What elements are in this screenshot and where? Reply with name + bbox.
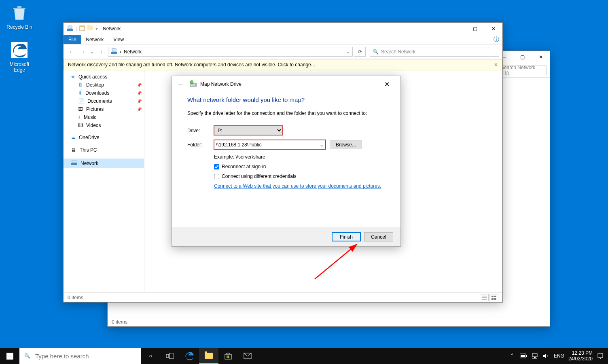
desktop-icon-edge[interactable]: Microsoft Edge <box>4 40 35 73</box>
qat-newfolder-icon[interactable] <box>87 26 93 32</box>
finish-button[interactable]: Finish <box>332 232 361 241</box>
svg-rect-22 <box>10 353 13 356</box>
nav-quick-access[interactable]: ★Quick access <box>64 73 144 81</box>
reconnect-checkbox[interactable] <box>214 164 219 169</box>
search-box[interactable]: 🔍 Search Network <box>370 47 499 57</box>
folder-combobox[interactable]: \\192.168.1.28\Public ⌄ <box>214 140 326 149</box>
svg-rect-5 <box>80 26 85 27</box>
close-button[interactable]: ✕ <box>532 51 550 63</box>
maximize-button[interactable]: ▢ <box>513 51 532 63</box>
navigation-pane: ★Quick access 🖥Desktop📌 ⬇Downloads📌 📄Doc… <box>64 70 144 292</box>
taskbar: 🔍 ○ ˄ ENG 12:23 PM 24/02/2020 <box>0 348 608 364</box>
dialog-instruction: Specify the drive letter for the connect… <box>187 110 385 116</box>
svg-rect-28 <box>227 356 228 357</box>
nav-videos[interactable]: 🎞Videos <box>64 121 144 129</box>
info-bar[interactable]: Network discovery and file sharing are t… <box>64 59 502 70</box>
taskbar-file-explorer[interactable] <box>199 348 218 364</box>
connect-website-link[interactable]: Connect to a Web site that you can use t… <box>214 183 381 189</box>
nav-network[interactable]: Network <box>64 159 144 168</box>
dialog-close-button[interactable]: ✕ <box>379 76 395 92</box>
close-button[interactable]: ✕ <box>484 23 502 35</box>
recycle-bin-icon <box>10 3 29 23</box>
tab-file[interactable]: File <box>64 35 81 44</box>
different-credentials-checkbox[interactable] <box>214 174 219 179</box>
nav-forward[interactable]: → <box>78 47 88 57</box>
task-view-button[interactable] <box>160 348 180 364</box>
search-icon: 🔍 <box>24 353 30 359</box>
dialog-titlebar[interactable]: ← Map Network Drive ✕ <box>172 76 400 92</box>
ribbon-tabs: File Network View ⓘ <box>64 35 502 44</box>
chevron-down-icon[interactable]: ⌄ <box>320 142 324 148</box>
taskbar-mail[interactable] <box>238 348 257 364</box>
svg-rect-31 <box>228 357 229 358</box>
view-large-button[interactable] <box>489 294 498 301</box>
reconnect-row: Reconnect at sign-in <box>214 164 385 169</box>
svg-rect-3 <box>68 26 72 29</box>
tray-volume-icon[interactable] <box>542 352 550 360</box>
help-icon[interactable]: ⓘ <box>490 35 502 44</box>
tray-chevron-up-icon[interactable]: ˄ <box>508 352 516 360</box>
maximize-button[interactable]: ▢ <box>466 23 484 35</box>
svg-rect-23 <box>6 356 10 360</box>
status-items-label: 0 items <box>112 319 127 325</box>
refresh-button[interactable]: ⟳ <box>354 47 366 57</box>
minimize-button[interactable]: ─ <box>448 23 466 35</box>
window-title: Network <box>103 26 121 32</box>
nav-documents[interactable]: 📄Documents📌 <box>64 97 144 105</box>
svg-rect-21 <box>6 353 10 356</box>
infobar-close-icon[interactable]: ✕ <box>494 62 498 68</box>
titlebar[interactable]: | ▾ Network ─ ▢ ✕ <box>64 23 502 35</box>
drive-icon <box>190 80 197 89</box>
cortana-button[interactable]: ○ <box>141 348 160 364</box>
nav-downloads[interactable]: ⬇Downloads📌 <box>64 89 144 97</box>
search-icon: 🔍 <box>373 49 379 55</box>
nav-pictures[interactable]: 🖼Pictures📌 <box>64 105 144 113</box>
svg-rect-26 <box>169 353 174 359</box>
diffcred-row: Connect using different credentials <box>214 174 385 179</box>
svg-rect-39 <box>598 353 603 358</box>
desktop-icon-recycle-bin[interactable]: Recycle Bin <box>4 3 35 30</box>
search-back[interactable]: Search Network (H:) <box>498 66 547 75</box>
pin-icon: 📌 <box>137 91 142 95</box>
tab-network[interactable]: Network <box>81 35 108 44</box>
tray-notifications-icon[interactable] <box>597 352 604 360</box>
taskbar-search[interactable]: 🔍 <box>19 348 141 364</box>
nav-music[interactable]: ♪Music <box>64 113 144 121</box>
status-items-label: 0 items <box>68 295 83 301</box>
taskbar-search-input[interactable] <box>35 353 136 360</box>
cancel-button[interactable]: Cancel <box>364 232 393 241</box>
svg-rect-29 <box>228 356 229 357</box>
start-button[interactable] <box>0 348 19 364</box>
status-bar: 0 items <box>64 292 502 302</box>
nav-up[interactable]: ↑ <box>97 47 106 57</box>
back-icon: ← <box>178 80 184 88</box>
pin-icon: 📌 <box>137 99 142 104</box>
taskbar-store[interactable] <box>218 348 238 364</box>
nav-onedrive[interactable]: ☁OneDrive <box>64 133 144 142</box>
tray-battery-icon[interactable] <box>520 352 527 360</box>
nav-back[interactable]: ← <box>67 47 76 57</box>
nav-recent[interactable]: ⌄ <box>89 47 95 57</box>
svg-rect-25 <box>166 354 169 358</box>
qat-properties-icon[interactable] <box>79 25 85 32</box>
svg-rect-8 <box>71 163 77 165</box>
drive-select[interactable]: P: <box>214 126 283 135</box>
tab-view[interactable]: View <box>108 35 129 44</box>
address-bar[interactable]: › Network ⌄ <box>108 47 353 57</box>
dialog-title: Map Network Drive <box>200 81 242 87</box>
svg-rect-35 <box>521 355 525 357</box>
svg-rect-30 <box>227 357 228 358</box>
edge-icon <box>10 40 29 60</box>
nav-desktop[interactable]: 🖥Desktop📌 <box>64 81 144 89</box>
tray-clock[interactable]: 12:23 PM 24/02/2020 <box>568 350 593 362</box>
nav-this-pc[interactable]: This PC <box>64 146 144 154</box>
svg-rect-36 <box>532 353 537 357</box>
view-details-button[interactable] <box>480 294 489 301</box>
taskbar-edge[interactable] <box>180 348 199 364</box>
tray-network-icon[interactable] <box>531 352 538 360</box>
tray-language[interactable]: ENG <box>554 353 564 359</box>
svg-point-19 <box>190 80 193 84</box>
browse-button[interactable]: Browse... <box>330 140 362 149</box>
svg-rect-9 <box>72 160 76 163</box>
reconnect-label: Reconnect at sign-in <box>222 164 266 169</box>
